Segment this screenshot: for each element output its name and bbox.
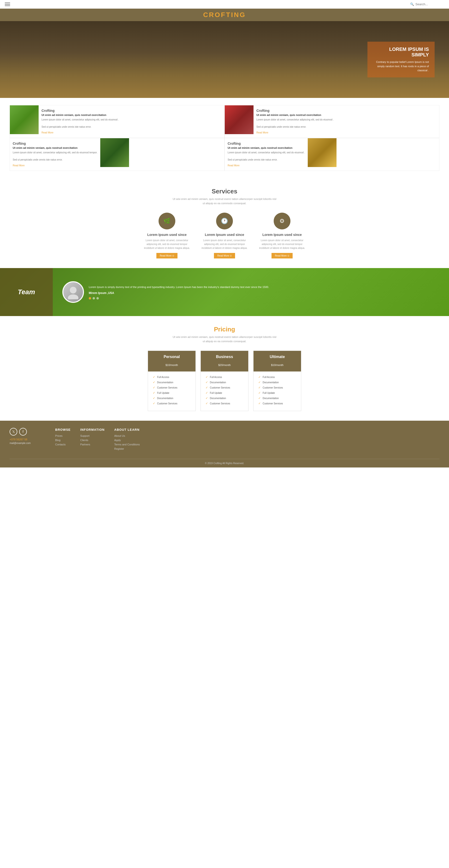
team-title: Team xyxy=(18,288,35,296)
hero-overlay: LOREM IPSUM IS SIMPLY Contrary to popula… xyxy=(367,42,435,78)
feature-title: Crofting xyxy=(13,142,97,146)
service-read-more-button[interactable]: Read More ⊙ xyxy=(214,253,235,258)
service-icon-leaf: 🌿 xyxy=(159,213,175,229)
check-icon: ✓ xyxy=(258,397,261,400)
footer-browse-list: Prices Blog Contacts xyxy=(55,434,71,446)
feature-subtitle: Ut enim ad minim veniam, quis nostrud ex… xyxy=(41,114,119,116)
footer-browse-column: BROWSE Prices Blog Contacts xyxy=(55,428,71,452)
footer-phone: +078 56267 58 xyxy=(9,438,45,441)
service-card: ⚙ Lorem Ipsum used since Lorem ipsum dol… xyxy=(258,213,306,258)
pricing-feature: ✓Documentation xyxy=(153,381,191,384)
check-icon: ✓ xyxy=(153,402,155,405)
footer-link-contacts[interactable]: Contacts xyxy=(55,443,71,446)
check-icon: ✓ xyxy=(205,375,208,379)
service-card: 🕐 Lorem Ipsum used since Lorem ipsum dol… xyxy=(200,213,249,258)
footer-about-column: ABOUT LEARN About Us Apply Terms and Con… xyxy=(114,428,139,452)
team-label: Team xyxy=(0,268,53,316)
features-section: Crofting Ut enim ad minim veniam, quis n… xyxy=(0,98,449,178)
logo-text: CROFTING xyxy=(0,11,449,19)
check-icon: ✓ xyxy=(205,397,208,400)
check-icon: ✓ xyxy=(153,397,155,400)
pricing-card-business: Business $20/month ✓Full Access ✓Documen… xyxy=(200,351,249,411)
footer-browse-title: BROWSE xyxy=(55,428,71,432)
logo-banner: CROFTING xyxy=(0,9,449,21)
team-dots xyxy=(89,297,269,300)
footer-link-clients[interactable]: Clients xyxy=(81,439,105,441)
feature-body: Lorem ipsum dolor sit amet, consectetur … xyxy=(256,118,333,129)
feature-image-tomato xyxy=(100,138,129,167)
team-content: Lorem Ipsum is simply dummy text of the … xyxy=(53,276,449,308)
footer-link-terms[interactable]: Terms and Conditions xyxy=(114,443,139,446)
pricing-feature: ✓Documentation xyxy=(258,397,296,400)
check-icon: ✓ xyxy=(258,391,261,395)
feature-read-more[interactable]: Read More xyxy=(228,164,239,167)
twitter-icon[interactable]: 𝕏 xyxy=(9,428,17,436)
feature-text: Crofting Ut enim ad minim veniam, quis n… xyxy=(10,138,100,170)
feature-title: Crofting xyxy=(228,142,305,146)
feature-text: Crofting Ut enim ad minim veniam, quis n… xyxy=(254,105,336,138)
footer-about-list: About Us Apply Terms and Conditions Regi… xyxy=(114,434,139,450)
feature-title: Crofting xyxy=(41,109,119,113)
team-section: Team Lorem Ipsum is simply dummy text of… xyxy=(0,268,449,316)
check-icon: ✓ xyxy=(205,386,208,389)
check-icon: ✓ xyxy=(258,386,261,389)
feature-read-more[interactable]: Read More xyxy=(41,131,53,134)
features-grid: Crofting Ut enim ad minim veniam, quis n… xyxy=(9,105,440,171)
footer-link-support[interactable]: Support xyxy=(81,434,105,437)
services-section: Services Ut wisi enim ad minim veniam, q… xyxy=(0,178,449,268)
check-icon: ✓ xyxy=(205,402,208,405)
feature-read-more[interactable]: Read More xyxy=(13,164,25,167)
pricing-feature: ✓Full Update xyxy=(153,391,191,395)
check-icon: ✓ xyxy=(153,386,155,389)
search-input[interactable] xyxy=(415,2,444,6)
service-title: Lorem Ipsum used since xyxy=(143,233,191,237)
search-icon: 🔍 xyxy=(410,2,414,6)
footer-social: 𝕏 f xyxy=(9,428,45,436)
pricing-feature: ✓Customer Services xyxy=(153,402,191,405)
services-grid: 🌿 Lorem Ipsum used since Lorem ipsum dol… xyxy=(5,213,444,258)
plan-price: $20/month xyxy=(203,360,246,368)
feature-read-more[interactable]: Read More xyxy=(256,131,268,134)
footer-email: mail@example.com xyxy=(9,442,45,444)
feature-item: Crofting Ut enim ad minim veniam, quis n… xyxy=(9,105,224,138)
team-dot[interactable] xyxy=(96,297,99,300)
footer-link-blog[interactable]: Blog xyxy=(55,439,71,441)
search-bar: 🔍 xyxy=(410,2,444,6)
service-title: Lorem Ipsum used since xyxy=(258,233,306,237)
service-read-more-button[interactable]: Read More ⊙ xyxy=(271,253,293,258)
team-dot[interactable] xyxy=(93,297,95,300)
team-dot[interactable] xyxy=(89,297,91,300)
pricing-feature: ✓Customer Services xyxy=(205,386,244,389)
pricing-header: Business $20/month xyxy=(201,351,248,371)
check-icon: ✓ xyxy=(258,375,261,379)
feature-image-strawberry xyxy=(225,105,254,134)
facebook-icon[interactable]: f xyxy=(19,428,27,436)
footer-brand: 𝕏 f +078 56267 58 mail@example.com xyxy=(9,428,45,452)
footer-top: 𝕏 f +078 56267 58 mail@example.com BROWS… xyxy=(9,428,440,457)
plan-name: Personal xyxy=(150,355,193,359)
services-subtitle: Ut wisi enim ad minim veniam, quis nostr… xyxy=(172,197,277,206)
footer-link-partners[interactable]: Partners xyxy=(81,443,105,446)
pricing-feature: ✓Customer Services xyxy=(205,402,244,405)
footer-link-apply[interactable]: Apply xyxy=(114,439,139,441)
team-text: Lorem Ipsum is simply dummy text of the … xyxy=(89,285,269,300)
header: 🔍 xyxy=(0,0,449,9)
check-icon: ✓ xyxy=(153,375,155,379)
hamburger-menu[interactable] xyxy=(5,3,10,6)
feature-text: Crofting Ut enim ad minim veniam, quis n… xyxy=(225,138,308,170)
pricing-card-ultimate: Ultimate $10/month ✓Full Access ✓Documen… xyxy=(253,351,301,411)
check-icon: ✓ xyxy=(153,381,155,384)
footer-link-prices[interactable]: Prices xyxy=(55,434,71,437)
service-icon-clock: 🕐 xyxy=(216,213,233,229)
pricing-feature: ✓Customer Services xyxy=(153,386,191,389)
footer: 𝕏 f +078 56267 58 mail@example.com BROWS… xyxy=(0,421,449,467)
service-read-more-button[interactable]: Read More ⊙ xyxy=(156,253,178,258)
footer-about-title: ABOUT LEARN xyxy=(114,428,139,432)
footer-link-register[interactable]: Register xyxy=(114,447,139,450)
pricing-section: Pricing Ut wisi enim ad minim veniam, qu… xyxy=(0,316,449,421)
footer-link-about-us[interactable]: About Us xyxy=(114,434,139,437)
pricing-feature: ✓Full Access xyxy=(258,375,296,379)
feature-title: Crofting xyxy=(256,109,333,113)
pricing-card-personal: Personal $10/month ✓Full Access ✓Documen… xyxy=(148,351,196,411)
footer-information-column: INFORMATION Support Clients Partners xyxy=(81,428,105,452)
